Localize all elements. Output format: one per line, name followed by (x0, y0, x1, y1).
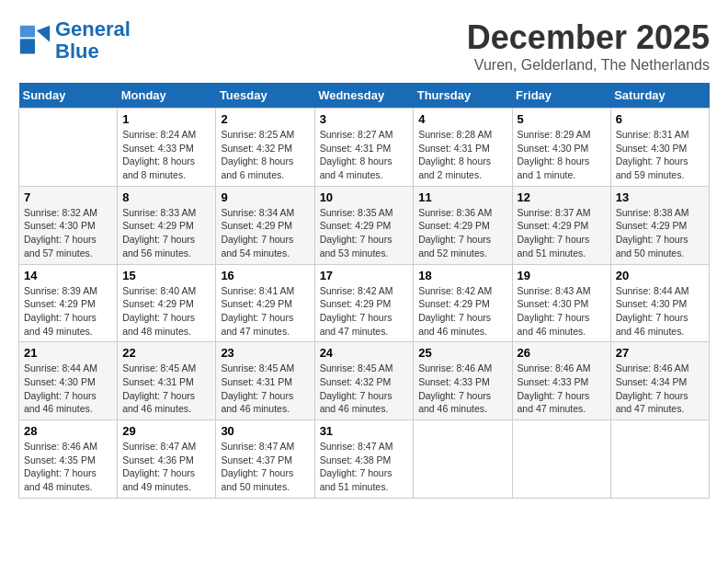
col-sunday: Sunday (19, 83, 118, 109)
col-wednesday: Wednesday (314, 83, 414, 109)
day-number: 17 (320, 269, 409, 282)
logo-line2: Blue (55, 40, 99, 63)
col-friday: Friday (512, 83, 610, 109)
day-number: 16 (221, 269, 309, 282)
day-info: Sunrise: 8:46 AMSunset: 4:33 PMDaylight:… (518, 362, 606, 416)
table-row: 8Sunrise: 8:33 AMSunset: 4:29 PMDaylight… (118, 186, 216, 264)
day-number: 15 (122, 269, 210, 282)
day-number: 13 (616, 190, 704, 204)
day-number: 5 (518, 112, 606, 126)
col-thursday: Thursday (414, 83, 512, 109)
month-title: December 2025 (467, 18, 710, 57)
table-row: 14Sunrise: 8:39 AMSunset: 4:29 PMDayligh… (19, 264, 118, 342)
day-number: 26 (518, 346, 606, 360)
table-row: 1Sunrise: 8:24 AMSunset: 4:33 PMDaylight… (118, 109, 216, 187)
day-info: Sunrise: 8:36 AMSunset: 4:29 PMDaylight:… (418, 206, 506, 260)
day-number: 25 (418, 346, 506, 360)
day-number: 4 (418, 112, 506, 126)
day-info: Sunrise: 8:24 AMSunset: 4:33 PMDaylight:… (122, 128, 210, 182)
day-info: Sunrise: 8:46 AMSunset: 4:35 PMDaylight:… (24, 440, 112, 494)
table-row (19, 109, 118, 187)
day-info: Sunrise: 8:32 AMSunset: 4:30 PMDaylight:… (24, 206, 112, 260)
calendar-week-row: 7Sunrise: 8:32 AMSunset: 4:30 PMDaylight… (19, 186, 710, 264)
day-number: 29 (122, 424, 210, 438)
day-info: Sunrise: 8:38 AMSunset: 4:29 PMDaylight:… (616, 206, 704, 260)
day-number: 20 (616, 269, 704, 282)
table-row: 7Sunrise: 8:32 AMSunset: 4:30 PMDaylight… (19, 186, 118, 264)
day-info: Sunrise: 8:40 AMSunset: 4:29 PMDaylight:… (122, 284, 210, 339)
day-number: 24 (320, 346, 409, 360)
table-row: 4Sunrise: 8:28 AMSunset: 4:31 PMDaylight… (414, 109, 512, 187)
table-row: 11Sunrise: 8:36 AMSunset: 4:29 PMDayligh… (414, 186, 512, 264)
table-row: 12Sunrise: 8:37 AMSunset: 4:29 PMDayligh… (512, 186, 610, 264)
table-row: 9Sunrise: 8:34 AMSunset: 4:29 PMDaylight… (216, 186, 314, 264)
col-monday: Monday (118, 83, 216, 109)
calendar-header-row: Sunday Monday Tuesday Wednesday Thursday… (19, 83, 710, 109)
table-row: 21Sunrise: 8:44 AMSunset: 4:30 PMDayligh… (19, 342, 118, 420)
logo: General Blue (18, 18, 131, 63)
col-saturday: Saturday (610, 83, 709, 109)
day-info: Sunrise: 8:47 AMSunset: 4:37 PMDaylight:… (221, 440, 309, 494)
calendar-week-row: 1Sunrise: 8:24 AMSunset: 4:33 PMDaylight… (19, 109, 710, 187)
table-row: 20Sunrise: 8:44 AMSunset: 4:30 PMDayligh… (610, 264, 709, 342)
day-number: 2 (221, 112, 309, 126)
day-number: 19 (518, 269, 606, 282)
location-subtitle: Vuren, Gelderland, The Netherlands (467, 57, 710, 74)
table-row: 26Sunrise: 8:46 AMSunset: 4:33 PMDayligh… (512, 342, 610, 420)
day-number: 27 (616, 346, 704, 360)
table-row: 23Sunrise: 8:45 AMSunset: 4:31 PMDayligh… (216, 342, 314, 420)
day-info: Sunrise: 8:46 AMSunset: 4:34 PMDaylight:… (616, 362, 704, 416)
col-tuesday: Tuesday (216, 83, 314, 109)
table-row (414, 420, 512, 499)
day-number: 31 (320, 424, 409, 438)
table-row: 15Sunrise: 8:40 AMSunset: 4:29 PMDayligh… (118, 264, 216, 342)
day-number: 8 (122, 190, 210, 204)
day-info: Sunrise: 8:43 AMSunset: 4:30 PMDaylight:… (518, 284, 606, 339)
table-row: 18Sunrise: 8:42 AMSunset: 4:29 PMDayligh… (414, 264, 512, 342)
svg-marker-2 (37, 26, 50, 42)
table-row: 10Sunrise: 8:35 AMSunset: 4:29 PMDayligh… (314, 186, 414, 264)
page-header: General Blue December 2025 Vuren, Gelder… (18, 18, 710, 74)
day-info: Sunrise: 8:45 AMSunset: 4:31 PMDaylight:… (122, 362, 210, 416)
day-number: 30 (221, 424, 309, 438)
day-number: 21 (24, 346, 112, 360)
table-row: 3Sunrise: 8:27 AMSunset: 4:31 PMDaylight… (314, 109, 414, 187)
day-info: Sunrise: 8:35 AMSunset: 4:29 PMDaylight:… (320, 206, 409, 260)
day-info: Sunrise: 8:31 AMSunset: 4:30 PMDaylight:… (616, 128, 704, 182)
svg-rect-1 (20, 26, 35, 38)
table-row: 25Sunrise: 8:46 AMSunset: 4:33 PMDayligh… (414, 342, 512, 420)
title-section: December 2025 Vuren, Gelderland, The Net… (467, 18, 710, 74)
table-row (610, 420, 709, 499)
day-info: Sunrise: 8:47 AMSunset: 4:36 PMDaylight:… (122, 440, 210, 494)
table-row: 6Sunrise: 8:31 AMSunset: 4:30 PMDaylight… (610, 109, 709, 187)
calendar-week-row: 28Sunrise: 8:46 AMSunset: 4:35 PMDayligh… (19, 420, 710, 499)
day-number: 22 (122, 346, 210, 360)
day-number: 1 (122, 112, 210, 126)
logo-icon (18, 24, 51, 57)
day-number: 11 (418, 190, 506, 204)
logo-text: General Blue (55, 18, 131, 63)
logo-line1: General (55, 17, 131, 40)
day-number: 18 (418, 269, 506, 282)
table-row: 5Sunrise: 8:29 AMSunset: 4:30 PMDaylight… (512, 109, 610, 187)
table-row: 30Sunrise: 8:47 AMSunset: 4:37 PMDayligh… (216, 420, 314, 499)
table-row: 22Sunrise: 8:45 AMSunset: 4:31 PMDayligh… (118, 342, 216, 420)
day-number: 23 (221, 346, 309, 360)
svg-rect-0 (20, 39, 35, 53)
day-info: Sunrise: 8:44 AMSunset: 4:30 PMDaylight:… (616, 284, 704, 339)
day-info: Sunrise: 8:45 AMSunset: 4:31 PMDaylight:… (221, 362, 309, 416)
day-info: Sunrise: 8:27 AMSunset: 4:31 PMDaylight:… (320, 128, 409, 182)
day-info: Sunrise: 8:42 AMSunset: 4:29 PMDaylight:… (320, 284, 409, 339)
table-row: 27Sunrise: 8:46 AMSunset: 4:34 PMDayligh… (610, 342, 709, 420)
day-info: Sunrise: 8:39 AMSunset: 4:29 PMDaylight:… (24, 284, 112, 339)
table-row: 28Sunrise: 8:46 AMSunset: 4:35 PMDayligh… (19, 420, 118, 499)
day-number: 9 (221, 190, 309, 204)
day-info: Sunrise: 8:28 AMSunset: 4:31 PMDaylight:… (418, 128, 506, 182)
day-number: 10 (320, 190, 409, 204)
table-row: 17Sunrise: 8:42 AMSunset: 4:29 PMDayligh… (314, 264, 414, 342)
day-info: Sunrise: 8:29 AMSunset: 4:30 PMDaylight:… (518, 128, 606, 182)
day-info: Sunrise: 8:45 AMSunset: 4:32 PMDaylight:… (320, 362, 409, 416)
day-number: 3 (320, 112, 409, 126)
day-info: Sunrise: 8:33 AMSunset: 4:29 PMDaylight:… (122, 206, 210, 260)
day-info: Sunrise: 8:42 AMSunset: 4:29 PMDaylight:… (418, 284, 506, 339)
